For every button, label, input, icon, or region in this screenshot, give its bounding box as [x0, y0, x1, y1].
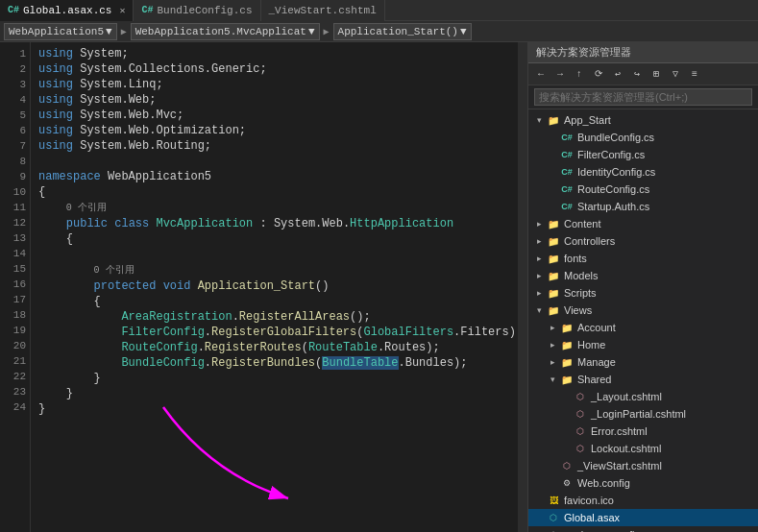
solution-explorer-title: 解决方案资源管理器: [528, 42, 758, 63]
chevron-right-icon[interactable]: ▸: [532, 254, 546, 263]
tree-item-identityconfig_cs[interactable]: C#IdentityConfig.cs: [528, 163, 758, 181]
chevron-right-icon[interactable]: ▸: [532, 236, 546, 246]
tree-item-label: _ViewStart.cshtml: [577, 460, 662, 472]
cshtml-file-icon: ⬡: [573, 442, 588, 455]
tree-item-manage[interactable]: ▸📁Manage: [528, 353, 758, 371]
tree-item-filterconfig_cs[interactable]: C#FilterConfig.cs: [528, 146, 758, 163]
tree-item-webconfig[interactable]: ⚙Web.config: [528, 474, 758, 492]
chevron-down-icon[interactable]: ▾: [532, 305, 546, 315]
folder-icon: 📁: [546, 217, 561, 230]
tab-bundleconfig[interactable]: C# BundleConfig.cs: [134, 0, 260, 21]
tab-viewstart[interactable]: _ViewStart.cshtml: [261, 0, 385, 21]
tree-item-label: fonts: [564, 253, 587, 264]
tree-item-favicon_ico[interactable]: 🖼favicon.ico: [528, 492, 758, 509]
editor-pane: 123456789101112131415161718192021222324 …: [0, 42, 527, 532]
folder-icon: 📁: [546, 252, 561, 265]
tree-item-packages_config[interactable]: ⚙packages.config: [528, 526, 758, 532]
tree-item-error_cshtml[interactable]: ⬡Error.cshtml: [528, 423, 758, 440]
tree-item-label: Controllers: [564, 235, 615, 247]
cs-icon: C#: [8, 5, 19, 15]
tree-item-label: Views: [564, 304, 592, 316]
filter-btn[interactable]: ▽: [667, 65, 684, 83]
tab-global-asax[interactable]: C# Global.asax.cs ✕: [0, 0, 134, 21]
cs-file-icon: C#: [559, 165, 575, 179]
tree-item-models[interactable]: ▸📁Models: [528, 267, 758, 284]
chevron-right-icon[interactable]: ▸: [532, 271, 546, 280]
cs-file-icon: C#: [559, 131, 575, 144]
tree-item-app_start[interactable]: ▾📁App_Start: [528, 111, 758, 129]
tree-item-loginpartial_cshtml[interactable]: ⬡_LoginPartial.cshtml: [528, 405, 758, 423]
folder-icon: 📁: [559, 373, 575, 386]
more-btn[interactable]: ≡: [686, 65, 703, 83]
project-dropdown[interactable]: WebApplication5 ▼: [4, 23, 117, 40]
chevron-right-icon[interactable]: ▸: [532, 219, 546, 229]
cshtml-file-icon: ⬡: [559, 459, 575, 472]
tree-item-label: Manage: [577, 356, 616, 368]
nav-up-btn[interactable]: ↑: [571, 65, 588, 83]
redo-btn[interactable]: ↪: [628, 65, 646, 83]
tab-close-btn[interactable]: ✕: [119, 5, 125, 16]
tree-item-global_asax[interactable]: ⬡Global.asax: [528, 509, 758, 526]
chevron-down-icon[interactable]: ▾: [532, 115, 546, 125]
code-editor[interactable]: using System; using System.Collections.G…: [31, 42, 518, 532]
tree-item-label: Models: [564, 270, 598, 281]
code-area[interactable]: 123456789101112131415161718192021222324 …: [0, 42, 527, 532]
method-dropdown-label: Application_Start(): [338, 26, 458, 37]
tree-item-scripts[interactable]: ▸📁Scripts: [528, 284, 758, 302]
editor-scrollbar[interactable]: [518, 42, 527, 532]
tree-item-label: Shared: [577, 374, 611, 385]
tree-item-routeconfig_cs[interactable]: C#RouteConfig.cs: [528, 181, 758, 198]
solution-toolbar: ← → ↑ ⟳ ↩ ↪ ⊞ ▽ ≡: [528, 63, 758, 85]
chevron-right-icon[interactable]: ▸: [546, 357, 559, 367]
cshtml-file-icon: ⬡: [573, 407, 588, 421]
chevron-down-icon[interactable]: ▾: [546, 375, 559, 384]
cshtml-file-icon: ⬡: [573, 390, 588, 403]
tree-item-label: FilterConfig.cs: [577, 149, 645, 160]
folder-icon: 📁: [559, 338, 575, 351]
tree-item-shared[interactable]: ▾📁Shared: [528, 371, 758, 388]
tree-item-content[interactable]: ▸📁Content: [528, 215, 758, 232]
tree-item-startupauth_cs[interactable]: C#Startup.Auth.cs: [528, 198, 758, 215]
tree-item-viewstart_cshtml[interactable]: ⬡_ViewStart.cshtml: [528, 457, 758, 474]
tree-item-lockout_cshtml[interactable]: ⬡Lockout.cshtml: [528, 440, 758, 457]
chevron-right-icon[interactable]: ▸: [532, 288, 546, 298]
tree-item-account[interactable]: ▸📁Account: [528, 319, 758, 336]
sync-btn[interactable]: ⟳: [590, 65, 607, 83]
tree-item-home[interactable]: ▸📁Home: [528, 336, 758, 353]
chevron-down-icon-3: ▼: [460, 26, 467, 37]
tab-label-2: BundleConfig.cs: [157, 5, 252, 16]
tree-item-fonts[interactable]: ▸📁fonts: [528, 250, 758, 267]
tree-item-controllers[interactable]: ▸📁Controllers: [528, 232, 758, 250]
nav-forward-btn[interactable]: →: [551, 65, 569, 83]
folder-icon: 📁: [546, 286, 561, 300]
separator-icon: ▶: [121, 26, 127, 37]
chevron-down-icon: ▼: [106, 26, 112, 37]
namespace-dropdown-label: WebApplication5.MvcApplicat: [135, 26, 306, 37]
tree-item-label: BundleConfig.cs: [577, 132, 654, 143]
tree-item-layout_cshtml[interactable]: ⬡_Layout.cshtml: [528, 388, 758, 405]
chevron-right-icon[interactable]: ▸: [546, 340, 559, 350]
chevron-right-icon[interactable]: ▸: [546, 323, 559, 332]
view-btn[interactable]: ⊞: [648, 65, 665, 83]
tree-item-label: Lockout.cshtml: [591, 443, 661, 454]
cs-file-icon: C#: [559, 182, 575, 196]
tree-item-label: favicon.ico: [564, 495, 614, 506]
cs-file-icon: C#: [559, 148, 575, 161]
tree-item-label: Content: [564, 218, 601, 230]
tree-item-label: Global.asax: [564, 512, 620, 523]
namespace-dropdown[interactable]: WebApplication5.MvcApplicat ▼: [131, 23, 320, 40]
method-dropdown[interactable]: Application_Start() ▼: [333, 23, 472, 40]
project-dropdown-label: WebApplication5: [9, 26, 104, 37]
tree-item-label: Scripts: [564, 287, 597, 299]
separator-icon-2: ▶: [324, 26, 330, 37]
tab-bar: C# Global.asax.cs ✕ C# BundleConfig.cs _…: [0, 0, 758, 21]
ico-file-icon: 🖼: [546, 494, 561, 507]
solution-search-input[interactable]: [534, 88, 752, 106]
tree-item-bundleconfig_cs[interactable]: C#BundleConfig.cs: [528, 129, 758, 146]
editor-toolbar: WebApplication5 ▼ ▶ WebApplication5.MvcA…: [0, 21, 758, 42]
cs-icon-2: C#: [141, 5, 153, 15]
tree-item-label: _LoginPartial.cshtml: [591, 408, 686, 420]
tree-item-views[interactable]: ▾📁Views: [528, 302, 758, 319]
nav-back-btn[interactable]: ←: [532, 65, 550, 83]
undo-btn[interactable]: ↩: [609, 65, 626, 83]
